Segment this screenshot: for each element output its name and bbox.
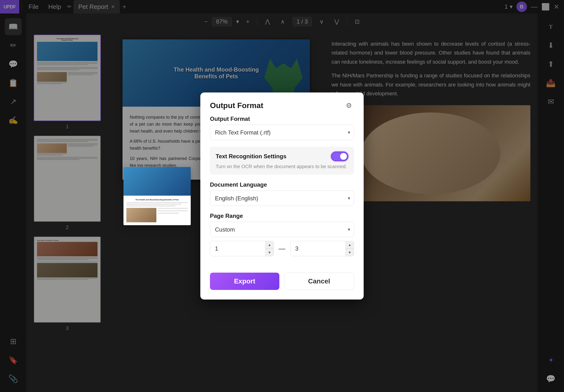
preview-title: The Health and Mood-Boosting Benefits of… xyxy=(126,199,188,201)
output-format-select-wrapper: Rich Text Format (.rtf) Word Document (.… xyxy=(210,125,354,140)
preview-content: The Health and Mood-Boosting Benefits of… xyxy=(124,196,191,225)
language-select-wrapper: English (English) French (Français) Germ… xyxy=(210,191,354,206)
preview-line-3 xyxy=(126,206,176,207)
modal-title: Output Format xyxy=(210,101,263,110)
preview-line-2 xyxy=(126,204,182,205)
preview-col-line-3 xyxy=(158,213,179,214)
ocr-header: Text Recognition Settings xyxy=(216,152,348,161)
modal-header: Output Format ⚙ xyxy=(200,93,364,115)
ocr-toggle[interactable] xyxy=(331,152,348,161)
page-from-group: 1 ▲ ▼ xyxy=(210,241,274,256)
ocr-section: Text Recognition Settings Turn on the OC… xyxy=(210,147,354,175)
export-button[interactable]: Export xyxy=(210,273,279,290)
page-from-increment[interactable]: ▲ xyxy=(265,241,274,249)
preview-document: The Health and Mood-Boosting Benefits of… xyxy=(124,167,191,225)
export-modal: Output Format ⚙ Output Format Rich Text … xyxy=(200,93,364,299)
page-to-stepper: ▲ ▼ xyxy=(345,241,354,256)
page-range-label: Page Range xyxy=(210,212,354,219)
page-to-group: 3 ▲ ▼ xyxy=(290,241,354,256)
settings-button[interactable]: ⚙ xyxy=(343,100,354,111)
page-to-input[interactable]: 3 xyxy=(290,241,354,256)
cancel-button[interactable]: Cancel xyxy=(284,273,354,290)
ocr-title: Text Recognition Settings xyxy=(216,153,286,160)
language-select[interactable]: English (English) French (Français) Germ… xyxy=(210,191,354,206)
preview-col-text xyxy=(158,208,188,223)
preview-line-1 xyxy=(126,202,188,203)
preview-two-col xyxy=(126,208,188,223)
language-label: Document Language xyxy=(210,181,354,188)
page-range-select-wrapper: Custom All Pages Current Page ▾ xyxy=(210,222,354,237)
output-format-label: Output Format xyxy=(210,115,354,122)
page-from-input[interactable]: 1 xyxy=(210,241,274,256)
modal-container: The Health and Mood-Boosting Benefits of… xyxy=(200,93,364,299)
preview-col-line-1 xyxy=(158,208,188,209)
range-dash: — xyxy=(279,245,285,252)
page-from-decrement[interactable]: ▼ xyxy=(265,249,274,256)
page-range-inputs: 1 ▲ ▼ — 3 ▲ ▼ xyxy=(210,241,354,256)
modal-overlay[interactable]: The Health and Mood-Boosting Benefits of… xyxy=(0,0,564,392)
preview-header-image xyxy=(124,167,191,196)
preview-col-img-1 xyxy=(126,208,156,223)
ocr-toggle-knob xyxy=(340,153,347,160)
language-group: Document Language English (English) Fren… xyxy=(210,181,354,206)
preview-col-line-2 xyxy=(158,210,188,211)
output-format-group: Output Format Rich Text Format (.rtf) Wo… xyxy=(210,115,354,140)
page-to-decrement[interactable]: ▼ xyxy=(345,249,354,256)
modal-body: Output Format Rich Text Format (.rtf) Wo… xyxy=(200,115,364,273)
page-to-increment[interactable]: ▲ xyxy=(345,241,354,249)
modal-footer: Export Cancel xyxy=(200,273,364,299)
page-from-stepper: ▲ ▼ xyxy=(265,241,274,256)
page-range-select[interactable]: Custom All Pages Current Page xyxy=(210,222,354,237)
page-range-group: Page Range Custom All Pages Current Page… xyxy=(210,212,354,256)
output-format-select[interactable]: Rich Text Format (.rtf) Word Document (.… xyxy=(210,125,354,140)
ocr-description: Turn on the OCR when the document appear… xyxy=(216,163,348,170)
